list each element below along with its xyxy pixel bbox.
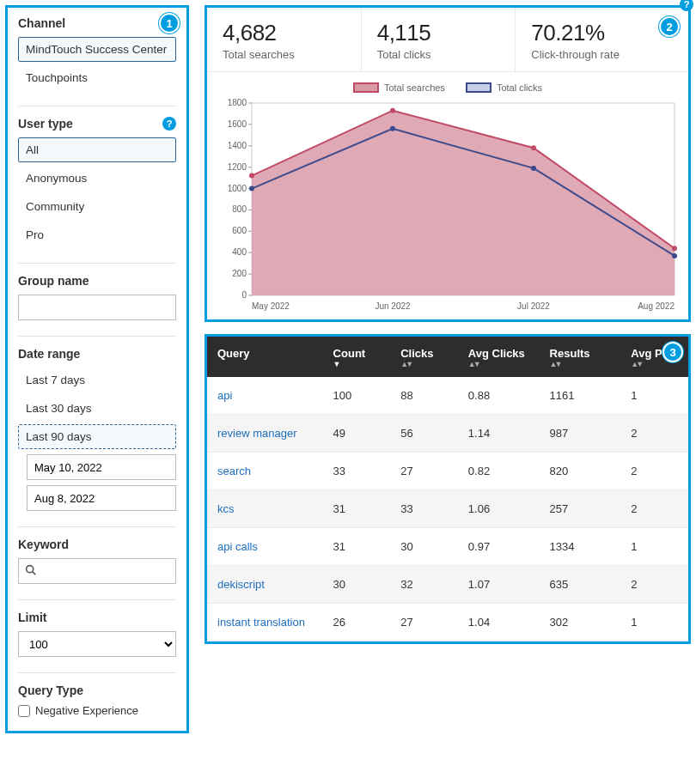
metrics-panel: 2 4,682 Total searches 4,115 Total click… [205,5,691,322]
metric-row: 4,682 Total searches 4,115 Total clicks … [207,8,688,72]
keyword-section: Keyword [18,538,176,584]
filter-option[interactable]: Pro [18,222,176,247]
filter-option[interactable]: Community [18,194,176,219]
query-link[interactable]: review manager [217,427,297,440]
channel-label: Channel [18,16,65,30]
query-cell[interactable]: search [207,453,323,490]
filter-option[interactable]: Anonymous [18,166,176,191]
help-icon[interactable]: ? [162,117,176,131]
filter-option[interactable]: Touchpoints [18,65,176,90]
svg-text:1000: 1000 [228,184,247,193]
query-link[interactable]: dekiscript [217,578,265,591]
metric-total-clicks: 4,115 Total clicks [362,8,516,71]
data-cell: 30 [390,528,458,566]
user-type-section: User type ? AllAnonymousCommunityPro [18,117,176,247]
data-cell: 635 [540,566,621,604]
data-cell: 1 [620,377,688,415]
data-cell: 0.97 [458,528,540,566]
date-range-section: Date range Last 7 daysLast 30 daysLast 9… [18,347,176,511]
query-link[interactable]: api calls [217,540,258,553]
query-table: QueryCount▼Clicks▲▼Avg Clicks▲▼Results▲▼… [207,337,688,641]
query-cell[interactable]: api calls [207,528,323,566]
query-cell[interactable]: review manager [207,415,323,453]
data-cell: 1.14 [458,415,540,453]
svg-text:Aug 2022: Aug 2022 [638,301,675,311]
column-header[interactable]: Avg Clicks▲▼ [458,337,540,377]
query-cell[interactable]: dekiscript [207,566,323,604]
data-cell: 1 [620,604,688,641]
channel-section: Channel MindTouch Success CenterTouchpoi… [18,16,176,90]
filter-option[interactable]: Last 30 days [18,396,176,421]
svg-text:Jul 2022: Jul 2022 [517,301,550,311]
data-cell: 2 [620,566,688,604]
negative-experience-row[interactable]: Negative Experience [18,704,176,717]
filter-option[interactable]: All [18,137,176,162]
limit-select[interactable]: 100 [18,631,176,657]
legend-label: Total searches [384,82,445,93]
filter-option[interactable]: Last 90 days [18,424,176,449]
svg-point-29 [531,145,536,150]
svg-text:May 2022: May 2022 [252,301,290,311]
main-column: 2 4,682 Total searches 4,115 Total click… [205,5,691,733]
table-row: review manager49561.149872 [207,415,688,453]
svg-text:400: 400 [232,247,247,257]
svg-text:1200: 1200 [228,162,247,172]
svg-point-32 [390,126,395,131]
date-to-input[interactable] [27,485,176,511]
query-cell[interactable]: instant translation [207,604,323,641]
query-table-panel: 3 QueryCount▼Clicks▲▼Avg Clicks▲▼Results… [205,334,691,644]
keyword-input[interactable] [18,558,176,584]
metric-value: 70.21% [531,20,654,46]
data-cell: 31 [323,490,391,528]
legend-item-searches: Total searches [353,82,445,93]
svg-point-30 [672,246,677,251]
query-cell[interactable]: kcs [207,490,323,528]
negative-experience-checkbox[interactable] [18,705,30,717]
date-from-input[interactable] [27,454,176,480]
column-header[interactable]: Count▼ [323,337,391,377]
table-row: api100880.8811611 [207,377,688,415]
filter-option[interactable]: Last 7 days [18,368,176,392]
column-header[interactable]: Results▲▼ [540,337,621,377]
query-type-label: Query Type [18,684,83,697]
svg-point-28 [390,108,395,113]
svg-text:800: 800 [232,204,247,214]
legend-swatch-icon [466,82,491,93]
group-name-input[interactable] [18,295,176,320]
svg-text:Jun 2022: Jun 2022 [375,301,411,311]
data-cell: 1.07 [458,566,540,604]
data-cell: 30 [323,566,391,604]
limit-section: Limit 100 [18,611,176,657]
data-cell: 1161 [540,377,621,415]
table-scroll[interactable]: QueryCount▼Clicks▲▼Avg Clicks▲▼Results▲▼… [207,337,688,641]
data-cell: 56 [390,415,458,453]
data-cell: 1 [620,528,688,566]
data-cell: 100 [323,377,391,415]
query-cell[interactable]: api [207,377,323,415]
data-cell: 1.04 [458,604,540,641]
data-cell: 987 [540,415,621,453]
filter-option[interactable]: MindTouch Success Center [18,37,176,62]
divider [18,599,176,600]
svg-text:1600: 1600 [228,119,247,129]
chart-legend: Total searches Total clicks [212,82,683,93]
legend-item-clicks: Total clicks [466,82,542,93]
divider [18,672,176,673]
svg-text:200: 200 [232,269,247,278]
user-type-label: User type [18,117,73,131]
column-header[interactable]: Clicks▲▼ [390,337,458,377]
table-row: api calls31300.9713341 [207,528,688,566]
trend-chart: 020040060080010001200140016001800May 202… [212,98,683,313]
data-cell: 257 [540,490,621,528]
query-link[interactable]: kcs [217,502,235,515]
metric-label: Click-through rate [531,48,654,61]
svg-point-33 [531,166,536,171]
date-range-label: Date range [18,347,80,361]
query-link[interactable]: api [217,389,232,402]
query-link[interactable]: instant translation [217,616,305,629]
data-cell: 27 [390,604,458,641]
query-link[interactable]: search [217,465,251,477]
column-header[interactable]: Query [207,337,323,377]
data-cell: 2 [620,453,688,490]
legend-swatch-icon [353,82,379,93]
